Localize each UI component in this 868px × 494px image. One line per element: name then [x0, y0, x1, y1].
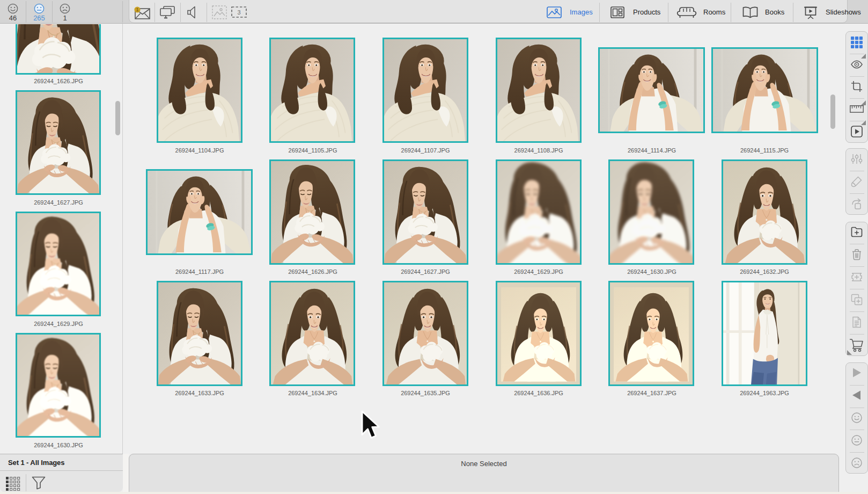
svg-text:1: 1	[136, 7, 138, 12]
svg-text:3: 3	[237, 9, 240, 16]
